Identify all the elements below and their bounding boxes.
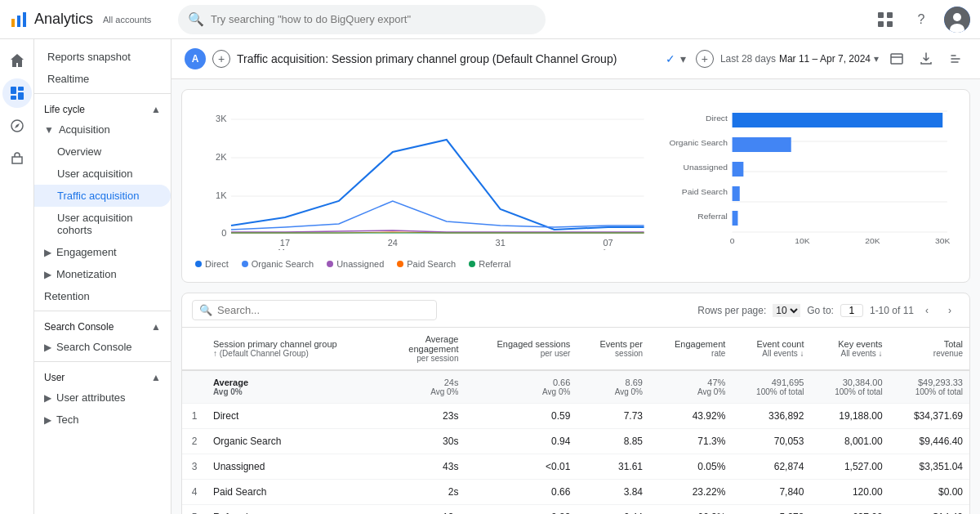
report-avatar: A xyxy=(185,48,206,69)
date-dropdown-icon: ▾ xyxy=(874,53,879,65)
sidebar-item-engagement[interactable]: ▶ Engagement xyxy=(34,241,171,263)
table-row: 1 Direct 23s 0.59 7.73 43.92% 336,892 19… xyxy=(182,404,969,429)
svg-rect-4 xyxy=(887,12,893,18)
goto-label: Go to: xyxy=(807,305,834,316)
date-range-dates: Mar 11 – Apr 7, 2024 xyxy=(779,53,871,65)
table-area: 🔍 Rows per page: 10 25 50 Go to: 1-10 of… xyxy=(181,293,970,514)
prev-page-btn[interactable]: ‹ xyxy=(917,301,937,320)
more-options-btn[interactable] xyxy=(944,47,967,70)
svg-rect-10 xyxy=(11,87,16,94)
row-1-event-count: 336,892 xyxy=(732,404,810,429)
sidebar-item-overview[interactable]: Overview xyxy=(34,141,171,163)
dropdown-icon[interactable]: ▾ xyxy=(680,52,686,65)
svg-text:Apr: Apr xyxy=(602,247,614,250)
date-range[interactable]: Last 28 days Mar 11 – Apr 7, 2024 ▾ xyxy=(720,53,879,65)
sidebar-item-search-console[interactable]: ▶ Search Console xyxy=(34,336,171,358)
sidebar-item-acquisition-parent[interactable]: ▼ Acquisition xyxy=(34,118,171,141)
next-page-btn[interactable]: › xyxy=(940,301,960,320)
svg-rect-3 xyxy=(878,12,884,18)
row-1-num: 1 xyxy=(182,404,207,429)
col-event-count[interactable]: Event count All events ↓ xyxy=(732,328,810,370)
col-num xyxy=(182,328,207,370)
right-icons: ? xyxy=(872,7,970,33)
home-icon[interactable] xyxy=(2,46,32,75)
pagination-range: 1-10 of 11 xyxy=(870,305,914,316)
rows-per-page-label: Rows per page: xyxy=(697,305,766,316)
legend-organic-search: Organic Search xyxy=(242,259,314,269)
row-1-total-revenue: $34,371.69 xyxy=(889,404,969,429)
avg-engagement: 24s Avg 0% xyxy=(384,370,466,404)
help-icon[interactable]: ? xyxy=(908,7,934,33)
col-engaged-sessions[interactable]: Engaged sessions per user xyxy=(465,328,577,370)
rows-per-page-select[interactable]: 10 25 50 xyxy=(773,304,800,317)
table-search-wrap[interactable]: 🔍 xyxy=(192,300,437,320)
svg-text:20K: 20K xyxy=(865,237,880,245)
table-search-input[interactable] xyxy=(217,304,430,316)
sidebar-item-monetization[interactable]: ▶ Monetization xyxy=(34,263,171,285)
col-avg-engagement[interactable]: Averageengagement per session xyxy=(384,328,466,370)
col-events-per-session[interactable]: Events per session xyxy=(577,328,649,370)
apps-icon[interactable] xyxy=(872,7,898,33)
row-1-key-events: 19,188.00 xyxy=(810,404,889,429)
explore-icon[interactable] xyxy=(2,111,32,141)
col-engagement-rate[interactable]: Engagement rate xyxy=(649,328,732,370)
table-toolbar: 🔍 Rows per page: 10 25 50 Go to: 1-10 of… xyxy=(182,293,969,328)
row-1-events-per-session: 7.73 xyxy=(577,404,649,429)
search-bar[interactable]: 🔍 xyxy=(178,5,546,34)
col-key-events[interactable]: Key events All events ↓ xyxy=(810,328,889,370)
table-search-icon: 🔍 xyxy=(199,304,212,316)
search-input[interactable] xyxy=(211,13,536,25)
sidebar-item-user-attributes[interactable]: ▶ User attributes xyxy=(34,387,171,409)
data-table: Session primary channel group ↑ (Default… xyxy=(182,328,969,514)
add-view-btn[interactable]: + xyxy=(696,50,714,68)
add-comparison-btn[interactable]: + xyxy=(212,50,230,68)
svg-rect-42 xyxy=(732,162,743,177)
sidebar-item-tech[interactable]: ▶ Tech xyxy=(34,409,171,431)
col-total-revenue[interactable]: Total revenue xyxy=(889,328,969,370)
svg-rect-6 xyxy=(887,21,893,27)
svg-text:30K: 30K xyxy=(935,237,951,245)
sidebar-item-reports-snapshot[interactable]: Reports snapshot xyxy=(34,46,171,68)
svg-rect-0 xyxy=(11,19,15,27)
svg-text:0: 0 xyxy=(729,237,734,245)
pagination: 1-10 of 11 ‹ › xyxy=(870,301,960,320)
date-range-label: Last 28 days xyxy=(720,53,776,65)
sidebar-search-console-header[interactable]: Search Console ▲ xyxy=(34,315,171,336)
legend-paid-search: Paid Search xyxy=(397,259,456,269)
table-row: 2 Organic Search 30s 0.94 8.85 71.3% 70,… xyxy=(182,429,969,454)
sidebar-item-user-acquisition[interactable]: User acquisition xyxy=(34,163,171,185)
goto-input[interactable] xyxy=(840,304,863,317)
svg-rect-44 xyxy=(732,211,737,226)
svg-rect-40 xyxy=(732,113,942,127)
sidebar-item-retention[interactable]: Retention xyxy=(34,285,171,307)
advertising-icon[interactable] xyxy=(2,144,32,173)
avg-channel: Average Avg 0% xyxy=(207,370,384,404)
svg-text:31: 31 xyxy=(496,238,506,247)
table-row: 5 Referral 13s 0.82 6.44 66.3% 5,278 637… xyxy=(182,505,969,515)
legend-unassigned: Unassigned xyxy=(327,259,384,269)
sidebar-divider xyxy=(34,93,171,94)
avg-events-per-session: 8.69 Avg 0% xyxy=(577,370,649,404)
avg-engaged-sessions: 0.66 Avg 0% xyxy=(465,370,577,404)
col-channel[interactable]: Session primary channel group ↑ (Default… xyxy=(207,328,384,370)
svg-rect-5 xyxy=(878,21,884,27)
row-1-avg-engagement: 23s xyxy=(384,404,466,429)
svg-text:24: 24 xyxy=(388,238,398,247)
account-label: All accounts xyxy=(103,15,151,25)
chart-legend: Direct Organic Search Unassigned Paid Se… xyxy=(195,259,644,269)
avg-total-revenue: $49,293.33 100% of total xyxy=(889,370,969,404)
sidebar-divider3 xyxy=(34,361,171,362)
sidebar-item-realtime[interactable]: Realtime xyxy=(34,68,171,90)
avg-key-events: 30,384.00 100% of total xyxy=(810,370,889,404)
sidebar-user-header[interactable]: User ▲ xyxy=(34,365,171,387)
sidebar-item-user-acquisition-cohorts[interactable]: User acquisition cohorts xyxy=(34,207,171,241)
export-btn[interactable] xyxy=(915,47,938,70)
sidebar-lifecycle-header[interactable]: Life cycle ▲ xyxy=(34,97,171,118)
chart-area: 3K 2K 1K 0 17 24 31 xyxy=(181,89,970,283)
svg-rect-1 xyxy=(17,16,20,27)
svg-text:Unassigned: Unassigned xyxy=(683,163,727,172)
sidebar-item-traffic-acquisition[interactable]: Traffic acquisition xyxy=(34,185,171,207)
share-report-btn[interactable] xyxy=(885,47,908,70)
avatar[interactable] xyxy=(944,7,970,33)
reports-icon[interactable] xyxy=(2,78,32,108)
